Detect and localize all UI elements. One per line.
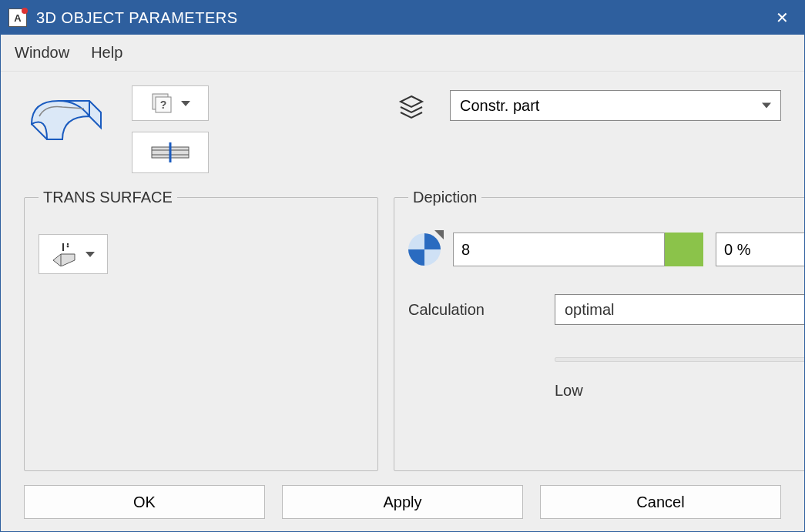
depiction-value1-confirm-button[interactable]: [665, 233, 703, 266]
cancel-button[interactable]: Cancel: [540, 485, 781, 519]
question-box-icon: ?: [150, 92, 173, 115]
section-tool-button[interactable]: [132, 132, 209, 173]
apply-button[interactable]: Apply: [282, 485, 523, 519]
titlebar: A 3D OBJECT PARAMETERS ✕: [1, 1, 804, 35]
layers-icon: [396, 92, 427, 125]
quality-slider[interactable]: [555, 350, 805, 371]
ok-button[interactable]: OK: [24, 485, 265, 519]
extrude-icon: [52, 242, 79, 266]
depiction-value1-input[interactable]: [453, 233, 665, 266]
section-icon: [149, 141, 192, 164]
chevron-down-icon: [86, 252, 95, 257]
depiction-value2-input[interactable]: [716, 233, 805, 266]
object-preview-icon: [24, 85, 109, 147]
layer-select-value: Constr. part: [460, 97, 539, 115]
calculation-select-value: optimal: [565, 301, 614, 319]
render-quality-icon: [408, 233, 441, 266]
svg-point-9: [67, 246, 69, 248]
trans-surface-group: TRANS SURFACE: [24, 189, 378, 471]
dialog-content: ? Constr. part: [1, 72, 804, 531]
menu-window[interactable]: Window: [15, 44, 69, 62]
app-icon: A: [8, 8, 27, 27]
menubar: Window Help: [1, 35, 804, 72]
material-picker-button[interactable]: ?: [132, 85, 209, 121]
svg-rect-8: [67, 243, 69, 245]
svg-text:?: ?: [160, 99, 167, 111]
calculation-label: Calculation: [408, 301, 539, 319]
calculation-select[interactable]: optimal: [555, 294, 805, 325]
trans-surface-mode-button[interactable]: [39, 234, 108, 274]
window-title: 3D OBJECT PARAMETERS: [36, 9, 768, 27]
chevron-down-icon: [762, 103, 771, 109]
slider-low-label: Low: [555, 382, 583, 400]
svg-rect-7: [62, 243, 64, 251]
depiction-group: Depiction Calculation optimal: [394, 189, 805, 471]
menu-help[interactable]: Help: [91, 44, 122, 62]
layer-select[interactable]: Constr. part: [450, 90, 781, 121]
depiction-legend: Depiction: [408, 189, 481, 206]
trans-surface-legend: TRANS SURFACE: [39, 189, 177, 206]
chevron-down-icon: [181, 101, 190, 106]
slider-track: [555, 357, 805, 362]
close-button[interactable]: ✕: [768, 5, 797, 30]
